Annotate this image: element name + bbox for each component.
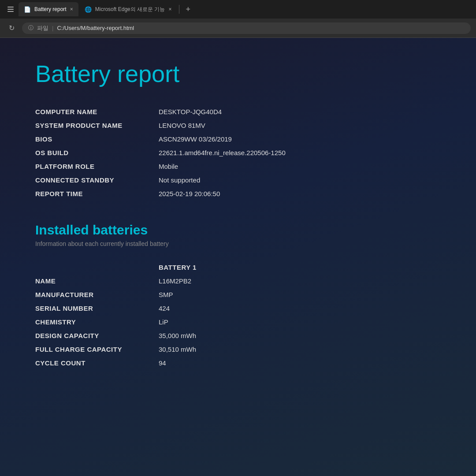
installed-batteries-section: Installed batteries Information about ea… bbox=[35, 223, 441, 370]
value-os-build: 22621.1.amd64fre.ni_release.220506-1250 bbox=[159, 146, 441, 160]
installed-batteries-subtitle: Information about each currently install… bbox=[35, 240, 441, 247]
battery-table: BATTERY 1 NAME L16M2PB2 MANUFACTURER SMP… bbox=[35, 260, 441, 370]
tab-battery-report-label: Battery report bbox=[34, 6, 67, 12]
label-report-time: REPORT TIME bbox=[35, 187, 159, 201]
svg-rect-2 bbox=[7, 11, 14, 12]
svg-rect-0 bbox=[7, 7, 14, 7]
page-content: Battery report COMPUTER NAME DESKTOP-JQG… bbox=[0, 38, 476, 476]
label-system-product-name: SYSTEM PRODUCT NAME bbox=[35, 119, 159, 132]
bat-value-serial-number: 424 bbox=[159, 301, 247, 315]
new-tab-button[interactable]: + bbox=[182, 3, 194, 15]
refresh-icon: ↻ bbox=[9, 24, 15, 32]
label-bios: BIOS bbox=[35, 132, 159, 146]
value-platform-role: Mobile bbox=[159, 160, 441, 173]
tab-separator bbox=[179, 5, 179, 14]
label-platform-role: PLATFORM ROLE bbox=[35, 160, 159, 173]
bat-value-full-charge-capacity: 30,510 mWh bbox=[159, 342, 247, 356]
bat-label-serial-number: SERIAL NUMBER bbox=[35, 301, 159, 315]
address-input-wrapper[interactable]: ⓘ 파일 | C:/Users/M/battery-report.html bbox=[22, 22, 471, 34]
tab-battery-report-close[interactable]: × bbox=[70, 6, 73, 12]
sidebar-toggle-button[interactable] bbox=[4, 2, 18, 16]
battery-1-header: BATTERY 1 bbox=[159, 260, 247, 274]
value-bios: ASCN29WW 03/26/2019 bbox=[159, 132, 441, 146]
bat-value-chemistry: LiP bbox=[159, 315, 247, 329]
bat-label-design-capacity: DESIGN CAPACITY bbox=[35, 329, 159, 342]
bat-label-cycle-count: CYCLE COUNT bbox=[35, 356, 159, 370]
address-url: C:/Users/M/battery-report.html bbox=[57, 25, 134, 31]
svg-rect-1 bbox=[7, 9, 14, 10]
page-title: Battery report bbox=[35, 60, 441, 87]
tab-edge-label: Microsoft Edge의 새로운 기능 bbox=[95, 6, 165, 13]
value-report-time: 2025-02-19 20:06:50 bbox=[159, 187, 441, 201]
address-separator: | bbox=[52, 25, 53, 31]
bat-value-cycle-count: 94 bbox=[159, 356, 247, 370]
browser-chrome: 📄 Battery report × 🌐 Microsoft Edge의 새로운… bbox=[0, 0, 476, 38]
bat-label-manufacturer: MANUFACTURER bbox=[35, 288, 159, 301]
file-label: 파일 bbox=[37, 24, 48, 32]
bat-label-chemistry: CHEMISTRY bbox=[35, 315, 159, 329]
bat-value-name: L16M2PB2 bbox=[159, 274, 247, 288]
value-system-product-name: LENOVO 81MV bbox=[159, 119, 441, 132]
installed-batteries-title: Installed batteries bbox=[35, 223, 441, 238]
value-computer-name: DESKTOP-JQG40D4 bbox=[159, 105, 441, 119]
label-connected-standby: CONNECTED STANDBY bbox=[35, 173, 159, 187]
bat-value-design-capacity: 35,000 mWh bbox=[159, 329, 247, 342]
system-info-table: COMPUTER NAME DESKTOP-JQG40D4 SYSTEM PRO… bbox=[35, 105, 441, 201]
tab-edge-close[interactable]: × bbox=[168, 6, 171, 12]
tab-bar: 📄 Battery report × 🌐 Microsoft Edge의 새로운… bbox=[0, 0, 476, 19]
bat-label-full-charge-capacity: FULL CHARGE CAPACITY bbox=[35, 342, 159, 356]
bat-value-manufacturer: SMP bbox=[159, 288, 247, 301]
tab-edge-icon: 🌐 bbox=[85, 6, 92, 13]
tab-battery-report[interactable]: 📄 Battery report × bbox=[19, 2, 78, 16]
value-connected-standby: Not supported bbox=[159, 173, 441, 187]
info-icon: ⓘ bbox=[28, 24, 33, 32]
tab-edge-new-features[interactable]: 🌐 Microsoft Edge의 새로운 기능 × bbox=[79, 2, 176, 16]
bat-label-name: NAME bbox=[35, 274, 159, 288]
refresh-button[interactable]: ↻ bbox=[5, 22, 18, 34]
label-computer-name: COMPUTER NAME bbox=[35, 105, 159, 119]
tab-document-icon: 📄 bbox=[24, 6, 31, 13]
address-bar: ↻ ⓘ 파일 | C:/Users/M/battery-report.html bbox=[0, 19, 476, 38]
label-os-build: OS BUILD bbox=[35, 146, 159, 160]
